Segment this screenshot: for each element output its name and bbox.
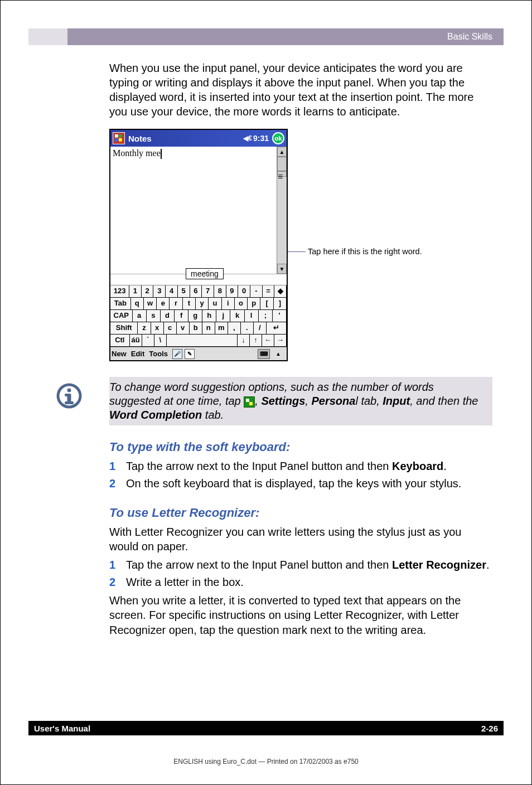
key[interactable]: ` xyxy=(142,335,154,347)
key[interactable]: f xyxy=(175,310,188,322)
key[interactable]: j xyxy=(216,310,230,322)
key[interactable]: c xyxy=(164,322,177,335)
key[interactable]: g xyxy=(188,310,202,322)
key[interactable]: t xyxy=(183,298,196,310)
key[interactable]: o xyxy=(235,298,248,310)
footer-left: User's Manual xyxy=(34,724,90,733)
intro-paragraph: When you use the input panel, your devic… xyxy=(109,61,492,119)
key[interactable]: x xyxy=(151,322,164,335)
keyboard-toggle-icon[interactable]: ⌨ xyxy=(258,349,270,359)
record-icon[interactable]: 🎤 xyxy=(172,349,182,359)
soft-keyboard[interactable]: 123 1 2 3 4 5 6 7 8 9 0 - = ◆ Tab xyxy=(110,285,287,347)
text-caret xyxy=(161,149,162,159)
key[interactable]: , xyxy=(228,322,241,335)
key[interactable]: k xyxy=(230,310,244,322)
key[interactable]: u xyxy=(209,298,221,310)
letter-recognizer-outro: When you write a letter, it is converted… xyxy=(109,593,492,637)
callout: Tap here if this is the right word. xyxy=(288,247,422,256)
key[interactable]: / xyxy=(254,322,267,335)
suggestion-bar: meeting xyxy=(110,274,287,285)
step-text: Tap the arrow next to the Input Panel bu… xyxy=(126,460,392,472)
key[interactable]: ] xyxy=(274,298,287,310)
key-right-icon[interactable]: → xyxy=(274,335,287,347)
heading-soft-keyboard: To type with the soft keyboard: xyxy=(109,440,492,454)
key[interactable]: p xyxy=(248,298,260,310)
key[interactable]: 8 xyxy=(214,285,226,298)
key[interactable]: d xyxy=(161,310,175,322)
list-item: 2 Write a letter in the box. xyxy=(109,575,492,590)
scrollbar[interactable]: ▲ ≡ ▼ xyxy=(277,147,287,274)
key[interactable]: 9 xyxy=(226,285,239,298)
key-enter-icon[interactable]: ↵ xyxy=(267,322,287,335)
key[interactable]: ; xyxy=(259,310,273,322)
key[interactable]: n xyxy=(202,322,215,335)
key[interactable]: w xyxy=(144,298,157,310)
key[interactable]: r xyxy=(170,298,182,310)
key[interactable]: 5 xyxy=(178,285,190,298)
key-backspace-icon[interactable]: ◆ xyxy=(274,285,287,298)
key[interactable]: 0 xyxy=(238,285,250,298)
scroll-thumb[interactable] xyxy=(277,157,287,171)
key-123[interactable]: 123 xyxy=(110,285,129,298)
key[interactable]: s xyxy=(147,310,161,322)
letter-recognizer-steps: 1 Tap the arrow next to the Input Panel … xyxy=(109,558,492,590)
key[interactable]: \ xyxy=(154,335,167,347)
tip-final: tab. xyxy=(202,409,224,421)
key[interactable]: y xyxy=(196,298,209,310)
key[interactable]: 7 xyxy=(202,285,214,298)
key[interactable]: l xyxy=(245,310,259,322)
scroll-up-icon[interactable]: ▲ xyxy=(277,147,287,157)
step-number: 1 xyxy=(109,459,126,474)
menu-tools[interactable]: Tools xyxy=(149,350,168,358)
tip-personal-tail: l tab, xyxy=(355,395,383,407)
kbd-row-1: 123 1 2 3 4 5 6 7 8 9 0 - = ◆ xyxy=(110,285,287,298)
tip-settings: Settings xyxy=(261,395,305,407)
list-item: 1 Tap the arrow next to the Input Panel … xyxy=(109,459,492,474)
ok-button[interactable]: ok xyxy=(272,132,284,144)
key-ctl[interactable]: Ctl xyxy=(110,335,130,347)
key[interactable]: 4 xyxy=(166,285,178,298)
key-up-icon[interactable]: ↑ xyxy=(250,335,262,347)
menu-edit[interactable]: Edit xyxy=(131,350,145,358)
scroll-down-icon[interactable]: ▼ xyxy=(277,264,287,274)
key[interactable]: ' xyxy=(273,310,287,322)
key[interactable]: 3 xyxy=(153,285,166,298)
key-left-icon[interactable]: ← xyxy=(262,335,274,347)
key-tab[interactable]: Tab xyxy=(110,298,131,310)
key[interactable]: . xyxy=(241,322,254,335)
key-cap[interactable]: CAP xyxy=(110,310,133,322)
pen-icon[interactable]: ✎ xyxy=(185,349,195,359)
callout-line xyxy=(288,251,306,252)
key[interactable]: v xyxy=(177,322,190,335)
footer-right: 2-26 xyxy=(481,724,498,733)
key-down-icon[interactable]: ↓ xyxy=(238,335,250,347)
key[interactable]: 1 xyxy=(129,285,142,298)
note-text-area[interactable]: Monthly mee xyxy=(110,147,277,274)
start-flag-icon[interactable] xyxy=(113,132,125,144)
key-intl[interactable]: áü xyxy=(130,335,142,347)
key[interactable]: b xyxy=(190,322,202,335)
key-shift[interactable]: Shift xyxy=(110,322,138,335)
key[interactable]: h xyxy=(202,310,216,322)
key[interactable]: 6 xyxy=(190,285,202,298)
key[interactable]: 2 xyxy=(142,285,154,298)
key[interactable]: - xyxy=(250,285,263,298)
key[interactable]: m xyxy=(215,322,228,335)
key[interactable]: a xyxy=(133,310,147,322)
tip-tail: , and then the xyxy=(410,395,478,407)
key[interactable]: e xyxy=(157,298,170,310)
clock-time: 9:31 xyxy=(253,134,269,143)
input-panel-arrow-icon[interactable]: ▲ xyxy=(275,351,281,357)
key[interactable]: q xyxy=(131,298,144,310)
key[interactable]: i xyxy=(222,298,235,310)
key[interactable]: = xyxy=(263,285,275,298)
key[interactable]: [ xyxy=(260,298,273,310)
key[interactable]: z xyxy=(138,322,151,335)
volume-icon[interactable]: ◀€ xyxy=(243,134,252,142)
svg-rect-7 xyxy=(65,394,70,396)
word-suggestion[interactable]: meeting xyxy=(186,268,224,279)
info-icon xyxy=(56,382,83,409)
key-space[interactable] xyxy=(167,335,238,347)
scroll-track[interactable] xyxy=(277,177,287,264)
menu-new[interactable]: New xyxy=(112,350,127,358)
